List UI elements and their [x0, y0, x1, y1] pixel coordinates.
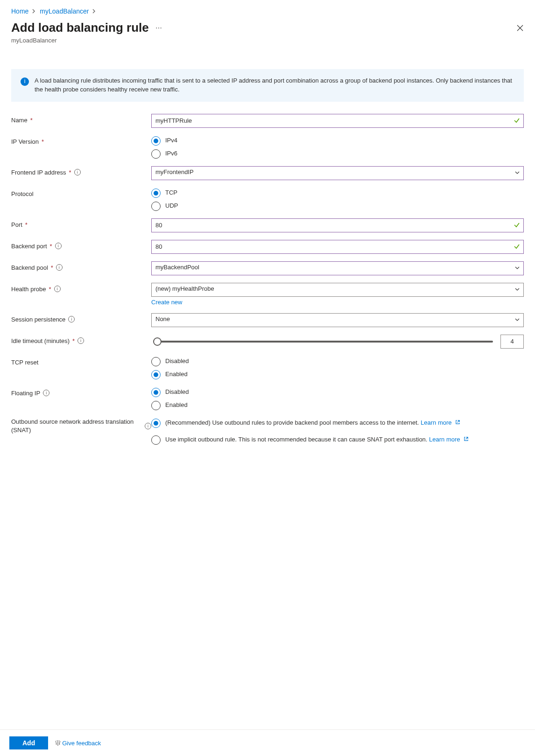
port-input[interactable]	[151, 218, 524, 232]
snat-learnmore1-link[interactable]: Learn more	[421, 419, 460, 426]
required-icon: *	[42, 138, 44, 145]
healthprobe-select[interactable]: (new) myHealthProbe	[151, 283, 524, 297]
slider-thumb[interactable]	[153, 337, 162, 346]
valid-check-icon	[514, 243, 520, 250]
name-input[interactable]	[151, 114, 524, 128]
idletimeout-slider[interactable]	[153, 341, 493, 343]
floatingip-enabled-radio[interactable]	[151, 401, 161, 410]
valid-check-icon	[514, 117, 520, 124]
frontendip-label: Frontend IP address	[11, 169, 66, 176]
external-link-icon	[464, 436, 469, 441]
tcpreset-disabled-label: Disabled	[165, 357, 189, 365]
healthprobe-label: Health probe	[11, 286, 46, 293]
tcp-radio-label: TCP	[165, 189, 177, 197]
floatingip-enabled-label: Enabled	[165, 401, 188, 409]
info-icon[interactable]: i	[77, 337, 84, 344]
info-icon[interactable]: i	[68, 316, 75, 322]
floatingip-disabled-radio[interactable]	[151, 388, 161, 397]
ipv4-radio[interactable]	[151, 136, 161, 146]
info-icon[interactable]: i	[54, 286, 61, 292]
more-icon[interactable]: ⋯	[155, 24, 162, 32]
tcp-radio[interactable]	[151, 189, 161, 198]
close-icon[interactable]	[516, 24, 524, 32]
snat-recommended-label: (Recommended) Use outbound rules to prov…	[165, 419, 460, 427]
tcpreset-enabled-label: Enabled	[165, 370, 188, 378]
tcpreset-disabled-radio[interactable]	[151, 357, 161, 366]
idletimeout-value[interactable]: 4	[500, 335, 524, 349]
snat-implicit-radio[interactable]	[151, 435, 161, 445]
required-icon: *	[51, 264, 53, 271]
ipv6-radio-label: IPv6	[165, 149, 177, 158]
floatingip-label: Floating IP	[11, 390, 40, 397]
snat-implicit-label: Use implicit outbound rule. This is not …	[165, 435, 469, 444]
backendport-input[interactable]	[151, 240, 524, 254]
required-icon: *	[69, 169, 71, 176]
ipv4-radio-label: IPv4	[165, 136, 177, 145]
required-icon: *	[30, 117, 33, 124]
udp-radio-label: UDP	[165, 202, 178, 210]
snat-recommended-radio[interactable]	[151, 419, 161, 428]
frontendip-select[interactable]: myFrontendIP	[151, 166, 524, 180]
required-icon: *	[50, 243, 52, 250]
required-icon: *	[49, 286, 51, 293]
sessionpersistence-select[interactable]: None	[151, 313, 524, 327]
info-icon[interactable]: i	[56, 264, 63, 271]
idletimeout-label: Idle timeout (minutes)	[11, 337, 70, 344]
floatingip-disabled-label: Disabled	[165, 388, 189, 396]
breadcrumb: Home myLoadBalancer	[11, 6, 524, 21]
snat-learnmore2-link[interactable]: Learn more	[429, 436, 469, 443]
backendport-label: Backend port	[11, 243, 47, 250]
create-new-link[interactable]: Create new	[151, 299, 182, 306]
sessionpersistence-label: Session persistence	[11, 316, 65, 323]
breadcrumb-home[interactable]: Home	[11, 7, 28, 15]
info-text: A load balancing rule distributes incomi…	[35, 77, 514, 94]
info-icon[interactable]: i	[74, 169, 81, 175]
breadcrumb-parent[interactable]: myLoadBalancer	[40, 7, 89, 15]
snat-label: Outbound source network address translat…	[11, 418, 142, 434]
info-icon: i	[21, 77, 29, 86]
ipv6-radio[interactable]	[151, 149, 161, 159]
tcpreset-enabled-radio[interactable]	[151, 370, 161, 379]
name-label: Name	[11, 117, 28, 124]
page-subtitle: myLoadBalancer	[11, 37, 524, 44]
chevron-right-icon	[32, 9, 36, 14]
external-link-icon	[455, 420, 460, 425]
tcpreset-label: TCP reset	[11, 359, 38, 366]
info-icon[interactable]: i	[55, 243, 62, 249]
backendpool-label: Backend pool	[11, 264, 48, 271]
udp-radio[interactable]	[151, 202, 161, 211]
port-label: Port	[11, 221, 22, 228]
page-title: Add load balancing rule	[11, 21, 149, 35]
info-banner: i A load balancing rule distributes inco…	[11, 69, 524, 102]
info-icon[interactable]: i	[145, 423, 151, 429]
required-icon: *	[25, 221, 28, 228]
protocol-label: Protocol	[11, 190, 34, 197]
ipversion-label: IP Version	[11, 138, 39, 145]
backendpool-select[interactable]: myBackendPool	[151, 261, 524, 275]
required-icon: *	[72, 337, 75, 344]
info-icon[interactable]: i	[43, 390, 49, 396]
chevron-right-icon	[92, 9, 96, 14]
valid-check-icon	[514, 222, 520, 228]
